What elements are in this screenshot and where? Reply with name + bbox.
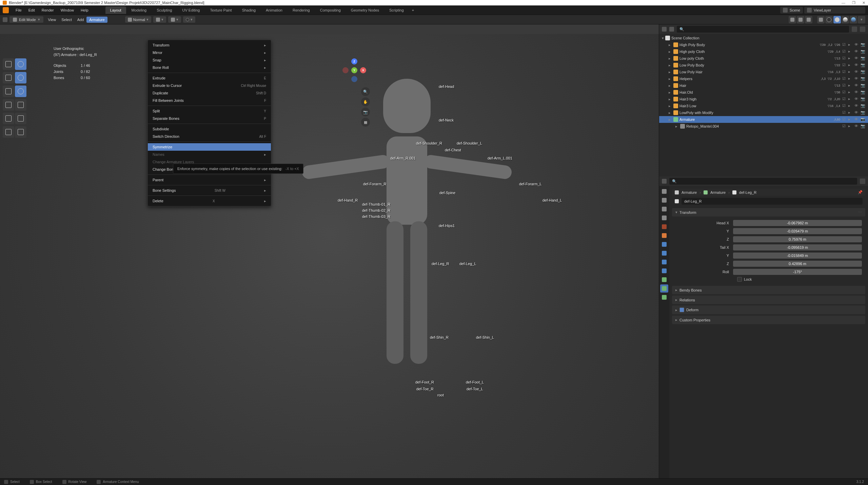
workspace-tab-sculpting[interactable]: Sculpting [152,6,177,14]
menu-edit[interactable]: Edit [25,7,38,14]
menu-item-bone-roll[interactable]: Bone Roll▸ [148,64,271,71]
axis-misc[interactable] [351,76,357,82]
workspace-tab-rendering[interactable]: Rendering [288,6,315,14]
header-menu-armature[interactable]: Armature [86,17,107,23]
section-options-icon[interactable]: ⋯ [858,210,862,214]
workspace-tab-modeling[interactable]: Modeling [127,6,152,14]
selectable-toggle[interactable]: ▸ [848,56,853,61]
selectable-toggle[interactable]: ▸ [848,49,853,54]
workspace-tab-animation[interactable]: Animation [261,6,287,14]
snap-dropdown[interactable]: ▾ [168,16,181,23]
menu-item-transform[interactable]: Transform▸ [148,41,271,49]
outliner-item[interactable]: ▸Hair.Old▽38☑▸👁📷 [659,89,868,96]
visibility-toggle[interactable]: 👁 [854,42,859,47]
add-workspace-button[interactable]: + [409,6,417,14]
prop-value[interactable]: -0.026479 m [733,228,862,234]
workspace-tab-texture-paint[interactable]: Texture Paint [205,6,236,14]
proportional-dropdown[interactable]: ▾ [183,16,195,23]
xray-button[interactable] [817,16,825,23]
visibility-toggle[interactable]: 👁 [854,49,859,54]
tab-particles[interactable] [660,249,668,257]
tab-viewlayer[interactable] [660,205,668,213]
tab-modifier[interactable] [660,240,668,248]
render-toggle[interactable]: 📷 [861,70,865,74]
render-toggle[interactable]: 📷 [861,83,865,88]
exclude-toggle[interactable]: ☑ [842,97,847,101]
editor-type-icon[interactable] [3,17,7,22]
workspace-tab-geometry-nodes[interactable]: Geometry Nodes [346,6,384,14]
workspace-tab-uv-editing[interactable]: UV Editing [177,6,204,14]
visibility-toggle[interactable]: 👁 [854,117,859,122]
prop-value[interactable]: 0.75976 m [733,236,862,242]
section-bendy[interactable]: ▸Bendy Bones [672,286,865,294]
exclude-toggle[interactable]: ☑ [842,56,847,61]
axis-x[interactable]: X [360,67,366,73]
menu-item-extrude[interactable]: ExtrudeE [148,74,271,82]
visibility-toggle[interactable]: 👁 [854,70,859,74]
visibility-toggle[interactable]: 👁 [854,104,859,108]
selectable-toggle[interactable]: ▸ [848,42,853,47]
outliner-item[interactable]: ▸High poly Cloth▽29人4☑▸👁📷 [659,48,868,55]
exclude-toggle[interactable]: ☑ [842,83,847,88]
breadcrumb-2[interactable]: def-Leg_R [739,190,756,194]
prop-value[interactable]: -0.095619 m [733,244,862,250]
selectable-toggle[interactable]: ▸ [848,97,853,101]
visibility-toggle[interactable]: 👁 [854,124,859,129]
exclude-toggle[interactable]: ☑ [842,63,847,68]
render-toggle[interactable]: 📷 [861,104,865,108]
visibility-toggle[interactable]: 👁 [854,110,859,115]
visibility-toggle[interactable]: 👁 [854,90,859,95]
outliner-item[interactable]: ▸Armature人60☑▸👁📷 [659,116,868,123]
menu-item-split[interactable]: SplitY [148,107,271,115]
breadcrumb-1[interactable]: Armature [710,190,726,194]
breadcrumb-0[interactable]: Armature [682,190,697,194]
outliner-item[interactable]: ▸Retopo_Mantel.004☑▸👁📷 [659,123,868,130]
axis-x-neg[interactable] [342,67,349,73]
render-toggle[interactable]: 📷 [861,42,865,47]
viewlayer-dropdown[interactable]: ViewLayer [804,7,865,14]
outliner-tree[interactable]: ▾ Scene Collection ▸High Poly Body▽29人2▽… [659,34,868,176]
pin-icon[interactable]: 📌 [858,190,863,194]
new-collection-button[interactable] [860,26,865,32]
menu-item-bone-settings[interactable]: Bone SettingsShift W▸ [148,187,271,194]
prop-value[interactable]: -0.015849 m [733,253,862,259]
rotate-tool[interactable] [15,72,26,83]
display-mode-icon[interactable] [669,27,674,32]
close-button[interactable]: ✕ [862,1,865,5]
outliner-item[interactable]: ▸LowPoly with Modify☑▸👁📷 [659,109,868,116]
tab-scene[interactable] [660,214,668,222]
menu-item-extrude-to-cursor[interactable]: Extrude to CursorCtrl Right Mouse [148,82,271,89]
properties-search[interactable]: 🔍 [669,178,857,185]
render-toggle[interactable]: 📷 [861,56,865,61]
restore-button[interactable]: ❐ [852,1,855,5]
filter-button[interactable] [852,26,857,32]
workspace-tab-layout[interactable]: Layout [105,6,126,14]
header-menu-select[interactable]: Select [59,17,75,23]
move-tool[interactable] [3,72,14,83]
properties-type-icon[interactable] [662,179,667,184]
pivot-dropdown[interactable]: ▾ [153,16,166,23]
outliner-item[interactable]: ▸Low Poly Hair▽16人3☑▸👁📷 [659,69,868,75]
outliner-item[interactable]: ▸Low poly Cloth▽13☑▸👁📷 [659,55,868,62]
3d-viewport[interactable]: User Orthographic (97) Armature : def-Le… [0,24,659,478]
menu-item-subdivide[interactable]: Subdivide [148,125,271,133]
camera-button[interactable]: 📷 [361,108,370,116]
pan-button[interactable]: ✋ [361,97,370,106]
cursor-tool[interactable] [15,58,26,70]
axis-z[interactable]: Z [351,58,357,64]
section-deform[interactable]: ▸Deform [672,305,865,314]
axis-y[interactable]: Y [351,67,357,73]
exclude-toggle[interactable]: ☑ [842,104,847,108]
tab-render[interactable] [660,187,668,195]
visibility-toggle[interactable]: 👁 [854,63,859,68]
outliner-type-icon[interactable] [662,27,667,32]
minimize-button[interactable]: — [842,1,845,5]
menu-item-fill-between-joints[interactable]: Fill Between JointsF [148,97,271,104]
gizmo-button[interactable] [797,16,804,23]
outliner-item[interactable]: ▸Low Poly Body▽22☑▸👁📷 [659,62,868,69]
selectable-toggle[interactable]: ▸ [848,124,853,129]
menu-window[interactable]: Window [57,7,77,14]
perspective-button[interactable]: ▦ [361,118,370,127]
render-toggle[interactable]: 📷 [861,49,865,54]
tab-constraints[interactable] [660,267,668,275]
